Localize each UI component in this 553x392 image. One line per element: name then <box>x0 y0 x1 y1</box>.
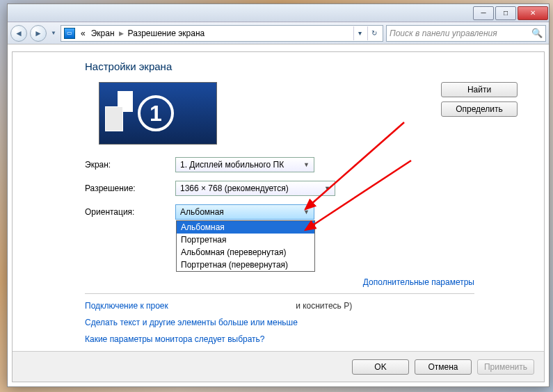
breadcrumb-prefix: « <box>78 28 88 38</box>
apply-button[interactable]: Применить <box>477 359 534 375</box>
which-settings-link[interactable]: Какие параметры монитора следует выбрать… <box>85 334 524 344</box>
refresh-button[interactable]: ↻ <box>367 26 380 40</box>
nav-forward-button[interactable]: ► <box>30 25 47 42</box>
control-panel-icon: ▭ <box>64 28 75 39</box>
projector-link[interactable]: Подключение к проек и коснитесь P) <box>85 301 524 311</box>
ok-button[interactable]: OK <box>352 359 409 375</box>
minimize-button[interactable]: ─ <box>473 6 494 20</box>
svg-line-1 <box>305 161 411 230</box>
titlebar: ─ □ ✕ <box>8 4 549 22</box>
breadcrumb[interactable]: ▭ « Экран ▶ Разрешение экрана ▾ ↻ <box>61 25 383 42</box>
resolution-label: Разрешение: <box>85 183 175 193</box>
breadcrumb-item-resolution[interactable]: Разрешение экрана <box>125 28 208 38</box>
nav-back-button[interactable]: ◄ <box>10 25 27 42</box>
orientation-label: Ориентация: <box>85 207 175 217</box>
maximize-button[interactable]: □ <box>495 6 516 20</box>
screen-select-value: 1. Дисплей мобильного ПК <box>180 160 284 170</box>
chevron-down-icon: ▼ <box>51 30 56 36</box>
content-panel: Настройки экрана 1 Найти Определить Экра… <box>12 51 545 382</box>
chevron-down-icon: ▾ <box>358 29 362 37</box>
divider <box>85 293 474 294</box>
dialog-footer: OK Отмена Применить <box>13 351 544 382</box>
search-icon: 🔍 <box>531 28 543 38</box>
close-icon: ✕ <box>530 9 536 17</box>
orientation-select-value: Альбомная <box>180 207 224 217</box>
chevron-right-icon: ▶ <box>118 30 125 37</box>
nav-history-dropdown[interactable]: ▼ <box>49 25 58 42</box>
page-title: Настройки экрана <box>85 60 524 72</box>
orientation-option-landscape-flipped[interactable]: Альбомная (перевернутая) <box>177 246 314 259</box>
search-input[interactable]: Поиск в панели управления 🔍 <box>386 25 546 42</box>
breadcrumb-item-screen[interactable]: Экран <box>88 28 118 38</box>
arrow-right-icon: ► <box>34 28 42 38</box>
detect-button[interactable]: Определить <box>441 101 518 117</box>
breadcrumb-dropdown-button[interactable]: ▾ <box>353 26 366 40</box>
monitor-number-badge: 1 <box>138 95 174 131</box>
arrow-left-icon: ◄ <box>15 28 23 38</box>
text-size-link[interactable]: Сделать текст и другие элементы больше и… <box>85 318 524 327</box>
find-button[interactable]: Найти <box>441 82 518 97</box>
resolution-select-value: 1366 × 768 (рекомендуется) <box>180 183 289 193</box>
advanced-settings-link[interactable]: Дополнительные параметры <box>363 277 474 287</box>
close-button[interactable]: ✕ <box>518 6 548 20</box>
maximize-icon: □ <box>504 9 508 17</box>
annotation-arrow-to-orientation <box>293 154 418 240</box>
refresh-icon: ↻ <box>371 29 377 37</box>
monitor-preview[interactable]: 1 <box>99 82 217 145</box>
cancel-button[interactable]: Отмена <box>415 359 472 375</box>
screen-label: Экран: <box>85 160 175 170</box>
window-frame: ─ □ ✕ ◄ ► ▼ ▭ « Экран ▶ Разрешение экран… <box>7 3 550 387</box>
search-placeholder: Поиск в панели управления <box>390 28 497 38</box>
orientation-option-portrait-flipped[interactable]: Портретная (перевернутая) <box>177 259 314 271</box>
minimize-icon: ─ <box>481 9 486 17</box>
navbar: ◄ ► ▼ ▭ « Экран ▶ Разрешение экрана ▾ ↻ … <box>8 22 549 44</box>
